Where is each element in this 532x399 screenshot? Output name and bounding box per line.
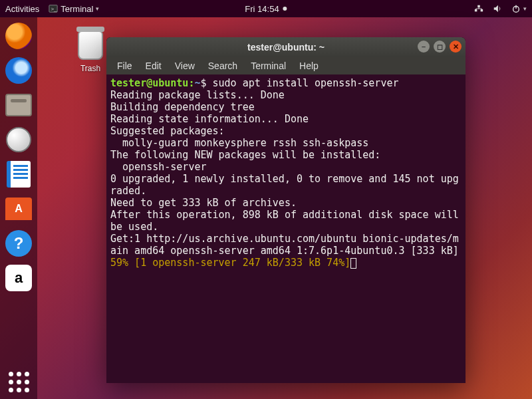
amazon-icon: a	[5, 265, 32, 291]
trash-icon	[74, 31, 106, 63]
svg-rect-4	[477, 5, 480, 8]
term-line: Get:1 http://us.archive.ubuntu.com/ubunt…	[110, 233, 459, 257]
chevron-down-icon: ▾	[523, 5, 527, 12]
power-icon	[511, 4, 521, 13]
terminal-cursor	[350, 258, 356, 269]
show-applications-button[interactable]	[0, 372, 37, 392]
minimize-icon: –	[422, 43, 426, 51]
terminal-viewport[interactable]: tester@ubuntu:~$ sudo apt install openss…	[106, 74, 466, 383]
help-icon: ?	[5, 230, 32, 257]
dock-app-firefox[interactable]	[4, 21, 33, 51]
term-line: Reading state information... Done	[110, 113, 309, 125]
menu-view[interactable]: View	[170, 59, 200, 72]
window-maximize-button[interactable]: ◻	[434, 41, 446, 53]
menu-terminal[interactable]: Terminal	[245, 59, 291, 72]
activities-label: Activities	[5, 4, 39, 14]
menu-help[interactable]: Help	[294, 59, 324, 72]
term-line: molly-guard monkeysphere rssh ssh-askpas…	[110, 137, 368, 149]
menu-edit[interactable]: Edit	[140, 59, 167, 72]
activities-button[interactable]: Activities	[5, 4, 39, 14]
dock-app-rhythmbox[interactable]	[4, 125, 33, 154]
svg-text:>_: >_	[51, 6, 58, 12]
dock-app-amazon[interactable]: a	[4, 263, 33, 293]
window-title: tester@ubuntu: ~	[247, 42, 325, 53]
terminal-window: tester@ubuntu: ~ – ◻ ✕ File Edit View Se…	[106, 37, 466, 383]
term-line: Suggested packages:	[110, 125, 225, 137]
writer-icon	[7, 161, 31, 188]
apps-grid-icon	[9, 372, 29, 392]
volume-icon	[493, 4, 502, 13]
gnome-topbar: Activities >_ Terminal ▾ Fri 14:54 ▾	[0, 0, 532, 17]
svg-marker-5	[494, 5, 498, 13]
notification-dot-icon	[283, 7, 287, 11]
menu-file[interactable]: File	[112, 59, 138, 72]
rhythmbox-icon	[6, 127, 31, 152]
network-icon	[474, 4, 483, 13]
download-progress: 59% [1 openssh-server 247 kB/333 kB 74%]	[110, 257, 350, 269]
prompt-user: tester@ubuntu	[110, 77, 188, 89]
window-controls: – ◻ ✕	[418, 41, 462, 53]
term-line: Need to get 333 kB of archives.	[110, 197, 297, 209]
volume-indicator[interactable]	[493, 4, 502, 13]
software-icon	[5, 198, 32, 220]
svg-rect-3	[481, 9, 483, 12]
term-line: Building dependency tree	[110, 101, 255, 113]
chevron-down-icon: ▾	[96, 5, 99, 12]
dock-app-files[interactable]	[4, 90, 33, 120]
term-line: The following NEW packages will be insta…	[110, 149, 380, 161]
menu-search[interactable]: Search	[203, 59, 243, 72]
dock-app-writer[interactable]	[4, 160, 33, 189]
term-line: 0 upgraded, 1 newly installed, 0 to remo…	[110, 173, 459, 197]
firefox-icon	[5, 23, 32, 49]
thunderbird-icon	[5, 57, 32, 84]
app-menu[interactable]: >_ Terminal ▾	[49, 4, 99, 14]
terminal-menubar: File Edit View Search Terminal Help	[106, 57, 466, 74]
dock-app-thunderbird[interactable]	[4, 56, 33, 85]
clock[interactable]: Fri 14:54	[245, 4, 287, 14]
svg-rect-2	[475, 9, 477, 12]
window-close-button[interactable]: ✕	[450, 41, 462, 53]
window-titlebar[interactable]: tester@ubuntu: ~ – ◻ ✕	[106, 37, 466, 57]
clock-text: Fri 14:54	[245, 4, 279, 14]
close-icon: ✕	[453, 43, 459, 51]
terminal-icon: >_	[49, 4, 58, 13]
maximize-icon: ◻	[437, 43, 443, 51]
power-indicator[interactable]: ▾	[511, 4, 527, 13]
launcher-dock: ? a	[0, 17, 37, 399]
prompt-end: $	[200, 77, 212, 89]
files-icon	[5, 94, 32, 116]
dock-app-software[interactable]	[4, 194, 33, 223]
term-line: openssh-server	[110, 161, 207, 173]
command-text: sudo apt install openssh-server	[213, 77, 399, 89]
network-indicator[interactable]	[474, 4, 483, 13]
dock-app-help[interactable]: ?	[4, 229, 33, 258]
window-minimize-button[interactable]: –	[418, 41, 430, 53]
app-menu-label: Terminal	[61, 4, 93, 14]
term-line: Reading package lists... Done	[110, 89, 285, 101]
term-line: After this operation, 898 kB of addition…	[110, 209, 465, 233]
